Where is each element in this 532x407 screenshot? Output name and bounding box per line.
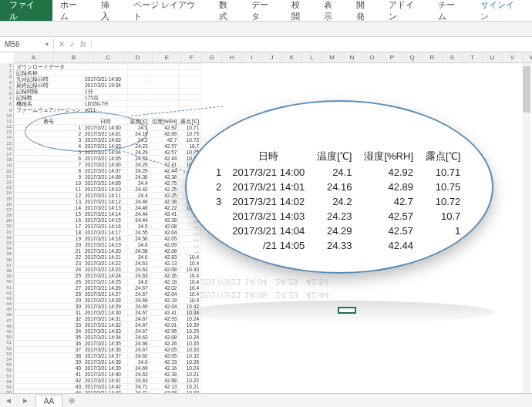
- row-headers[interactable]: 1234567891011121314151617181920212223242…: [0, 63, 14, 395]
- tab-nav-next-icon[interactable]: ►: [17, 396, 34, 405]
- table-row[interactable]: 272017/3/21 14:2624.6742.0210.4: [15, 285, 201, 291]
- vertical-scrollbar[interactable]: [523, 63, 530, 393]
- table-row[interactable]: 132017/3/21 14:1224.4642.3810.84: [15, 199, 201, 205]
- chevron-down-icon[interactable]: ▾: [45, 41, 49, 48]
- table-row[interactable]: 242017/3/21 14:2324.6342.0810.43: [15, 267, 201, 273]
- sheet-grid[interactable]: ダウンロードデータ記録名称先頭記録日時2017/3/21 14:00最終記録日時…: [14, 63, 201, 407]
- fx-icon[interactable]: fx: [80, 40, 86, 49]
- table-row[interactable]: 12017/3/21 14:0024.142.9210.71: [15, 125, 201, 131]
- sheet-tab[interactable]: AA: [35, 395, 62, 407]
- enter-icon[interactable]: ✓: [69, 40, 76, 49]
- table-row[interactable]: 382017/3/21 14:3724.6242.0510.32: [15, 353, 201, 359]
- table-row[interactable]: 52017/3/21 14:0424.2942.5710.75: [15, 150, 201, 156]
- cancel-icon[interactable]: ✕: [59, 40, 65, 49]
- table-row[interactable]: 372017/3/21 14:3624.6742.0510.33: [15, 347, 201, 353]
- table-row[interactable]: 432017/3/21 14:4224.7142.1310.21: [15, 384, 201, 390]
- table-row[interactable]: 422017/3/21 14:4124.6342.8810.22: [15, 378, 201, 384]
- tab-developer[interactable]: 開発: [348, 0, 381, 21]
- name-box[interactable]: M56 ▾: [0, 39, 54, 50]
- add-sheet-icon[interactable]: ⊕: [62, 396, 81, 405]
- table-row[interactable]: 92017/3/21 14:0824.3642.3610.74: [15, 174, 201, 180]
- name-box-value: M56: [5, 40, 19, 49]
- annotation-reflection-text: 2017/3/21 14:05 24.33 42.44 2017/3/21 14…: [200, 276, 478, 301]
- formula-bar: M56 ▾ ✕ ✓ fx: [0, 37, 532, 52]
- annotation-callout: 日時温度[℃]湿度[%RH]露点[℃]12017/3/21 14:0024.14…: [185, 100, 493, 274]
- tab-nav-prev-icon[interactable]: ◄: [0, 396, 17, 405]
- fx-buttons: ✕ ✓ fx: [54, 40, 92, 49]
- table-row[interactable]: 112017/3/21 14:1024.4242.2510.74: [15, 187, 201, 193]
- signin-link[interactable]: サインイン: [471, 0, 532, 21]
- table-row[interactable]: 82017/3/21 14:0724.2942.4410.7: [15, 168, 201, 174]
- tab-formulas[interactable]: 数式: [211, 0, 244, 21]
- table-row[interactable]: 142017/3/21 14:1324.4642.2210.78: [15, 205, 201, 211]
- table-row[interactable]: 42017/3/21 14:0324.2342.5710.7: [15, 143, 201, 150]
- table-row[interactable]: 332017/3/21 14:3224.6742.0110.39: [15, 322, 201, 328]
- tab-team[interactable]: チーム: [430, 0, 471, 21]
- ribbon-strip: [0, 22, 532, 37]
- table-row[interactable]: 262017/3/21 14:2524.642.1810.4: [15, 279, 201, 285]
- tab-home[interactable]: ホーム: [52, 0, 93, 21]
- table-row[interactable]: 302017/3/21 14:2924.6942.0410.42: [15, 304, 201, 310]
- table-row[interactable]: 212017/3/21 14:2024.5842.08…: [15, 248, 201, 254]
- table-row[interactable]: 102017/3/21 14:0924.442.7510.57: [15, 180, 201, 187]
- table-row[interactable]: 232017/3/21 14:2224.6342.1310.4: [15, 261, 201, 267]
- table-row[interactable]: 282017/3/21 14:2724.6742.0410.4: [15, 291, 201, 298]
- scroll-thumb[interactable]: [523, 66, 530, 113]
- ribbon: ファイル ホーム 挿入 ページ レイアウト 数式 データ 校閲 表示 開発 アド…: [0, 0, 532, 22]
- table-row[interactable]: 292017/3/21 14:2824.6942.1910.4: [15, 298, 201, 304]
- table-row[interactable]: 412017/3/21 14:4024.6342.3810.21: [15, 372, 201, 378]
- table-row[interactable]: 202017/3/21 14:1924.642.09…: [15, 242, 201, 248]
- table-row[interactable]: 392017/3/21 14:3824.642.3310.35: [15, 359, 201, 365]
- table-row[interactable]: 32017/3/21 14:0224.242.710.72: [15, 137, 201, 143]
- formula-input[interactable]: [92, 43, 532, 46]
- table-row[interactable]: 172017/3/21 14:1624.542.08…: [15, 224, 201, 230]
- tab-pagelayout[interactable]: ページ レイアウト: [126, 0, 211, 21]
- table-row[interactable]: 322017/3/21 14:3124.6742.9310.24: [15, 316, 201, 322]
- table-row[interactable]: 252017/3/21 14:2424.6342.2610.4: [15, 273, 201, 279]
- table-row[interactable]: 342017/3/21 14:3324.6742.9510.25: [15, 328, 201, 335]
- table-row[interactable]: 122017/3/21 14:1124.442.2510.72: [15, 193, 201, 199]
- table-row[interactable]: 312017/3/21 14:3024.6742.4110.34: [15, 310, 201, 316]
- tab-insert[interactable]: 挿入: [93, 0, 126, 21]
- tab-review[interactable]: 校閲: [284, 0, 316, 21]
- active-cell[interactable]: [338, 307, 356, 314]
- sheet-tab-bar: ◄ ► AA ⊕: [0, 393, 532, 407]
- table-row[interactable]: 222017/3/21 14:2124.642.8310.4: [15, 254, 201, 261]
- column-headers[interactable]: ABCDEFGHIJKLMNOPQRSTUVW: [14, 52, 532, 63]
- table-row[interactable]: 62017/3/21 14:0524.3342.4410.75: [15, 156, 201, 162]
- table-row[interactable]: 182017/3/21 14:1724.5542.04…: [15, 230, 201, 236]
- table-row[interactable]: 352017/3/21 14:3424.6342.0810.24: [15, 335, 201, 341]
- file-tab[interactable]: ファイル: [0, 0, 52, 21]
- tab-addin[interactable]: アドイン: [381, 0, 430, 21]
- table-row[interactable]: 162017/3/21 14:1524.4442.28…: [15, 217, 201, 224]
- table-row[interactable]: 192017/3/21 14:1824.5642.05…: [15, 236, 201, 242]
- table-row[interactable]: 22017/3/21 14:0124.1642.8910.75: [15, 131, 201, 137]
- tab-data[interactable]: データ: [244, 0, 285, 21]
- callout-table: 日時温度[℃]湿度[%RH]露点[℃]12017/3/21 14:0024.14…: [210, 148, 466, 253]
- table-row[interactable]: 362017/3/21 14:3524.6642.2610.35: [15, 341, 201, 347]
- table-row[interactable]: 402017/3/21 14:3924.6942.1610.24: [15, 365, 201, 372]
- table-row[interactable]: 152017/3/21 14:1424.4442.41…: [15, 211, 201, 217]
- tab-view[interactable]: 表示: [316, 0, 348, 21]
